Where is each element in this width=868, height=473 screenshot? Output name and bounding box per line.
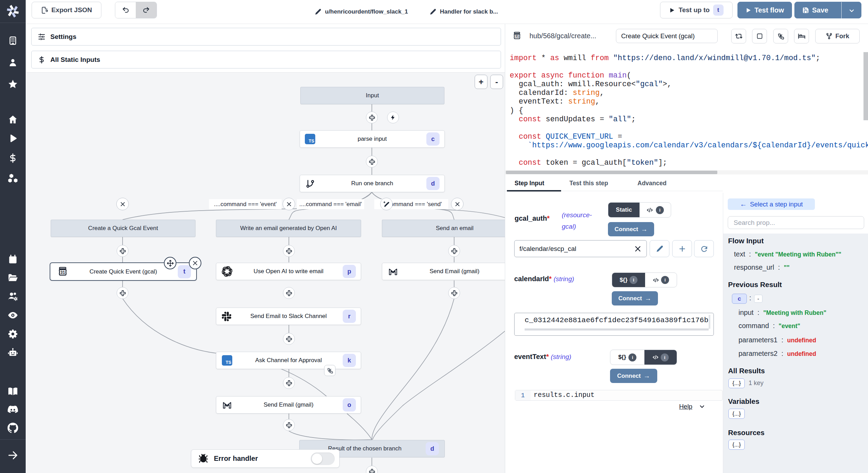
- svg-text:31: 31: [515, 34, 519, 38]
